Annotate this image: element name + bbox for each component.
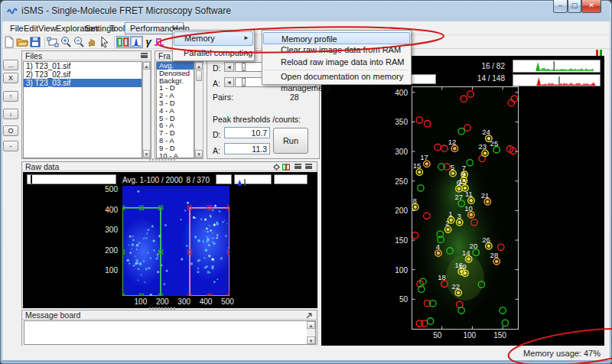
raw-x-tick: 400	[197, 297, 215, 306]
zoom-in-icon[interactable]	[60, 36, 73, 48]
frame-counter: 8 / 370	[185, 176, 210, 184]
svg-text:8: 8	[412, 197, 416, 205]
histogram-toggle-icon[interactable]	[130, 36, 143, 48]
raw-x-tick: 300	[175, 297, 194, 306]
side-button-1[interactable]: X	[3, 73, 18, 83]
a-slider-left-arrow[interactable]: ◄	[224, 77, 234, 87]
roi-toggle-icon[interactable]	[116, 36, 129, 48]
menu-item-memory[interactable]: Memory►	[174, 31, 253, 46]
gamma-icon[interactable]: γ	[144, 36, 153, 48]
svg-text:21: 21	[481, 191, 490, 200]
raw-y-tick: 100	[98, 266, 118, 275]
scroll-up-icon[interactable]: ▲	[143, 62, 150, 70]
channel-indicator-icon[interactable]	[596, 50, 603, 56]
menu-item-open-documentation-on-memory-management[interactable]: Open documentation on memory management	[263, 71, 410, 83]
file-item[interactable]: 2) T23_02.sif	[24, 70, 142, 79]
fret-y-tick: 350	[389, 118, 408, 126]
gear-icon[interactable]	[273, 164, 280, 171]
a-threshold-field[interactable]: 11.3	[224, 143, 270, 154]
d-slider-left-arrow[interactable]: ◄	[224, 62, 234, 72]
d-threshold-field[interactable]: 10.7	[224, 127, 270, 138]
menu-item-memory-profile[interactable]: Memory profile	[263, 32, 410, 44]
red-histogram[interactable]	[513, 74, 601, 86]
d-slider-label: D:	[213, 63, 221, 73]
menu-item-clear-raw-image-data-from-ram[interactable]: Clear raw image data from RAM	[263, 44, 410, 57]
fret-y-tick: 150	[389, 236, 408, 245]
splitter-handle[interactable]	[149, 158, 177, 161]
raw-image-plot[interactable]	[122, 186, 230, 296]
side-button-5[interactable]: -	[3, 141, 18, 151]
menu-item-parallel-computing[interactable]: Parallel computing►	[174, 46, 253, 60]
scroll-down-icon[interactable]: ▼	[143, 150, 150, 158]
maximize-button[interactable]: ▢	[568, 0, 581, 13]
side-button-0[interactable]: ...	[3, 60, 18, 70]
data-cursor-icon[interactable]	[99, 36, 112, 48]
file-item[interactable]: 3) T23_03.sif	[24, 79, 142, 87]
submenu-arrow-icon: ►	[243, 32, 249, 44]
open-file-icon[interactable]	[16, 36, 29, 48]
message-board-text[interactable]: ▲ ▼	[24, 320, 316, 345]
raw-histogram[interactable]	[234, 174, 272, 184]
svg-text:1: 1	[448, 210, 452, 218]
raw-y-tick: 500	[98, 185, 118, 193]
svg-text:2: 2	[445, 219, 449, 227]
svg-text:24: 24	[482, 128, 490, 136]
panel-menu-icon[interactable]	[305, 164, 312, 169]
thresholds-label: Peak thresholds /counts:	[213, 115, 301, 124]
raw-data-panel-title: Raw data	[22, 162, 317, 171]
minimize-button[interactable]: –	[553, 0, 568, 13]
scroll-down-icon[interactable]: ▼	[195, 150, 203, 158]
pan-icon[interactable]	[86, 36, 99, 48]
scroll-thumb[interactable]	[196, 70, 202, 81]
application-window: iSMS - Single-Molecule FRET Microscopy S…	[0, 0, 612, 364]
avg-frames-label: Avg. 1-100 / 2000	[122, 176, 176, 184]
pairs-label: Pairs:	[213, 93, 233, 102]
raw-y-tick: 300	[98, 226, 118, 234]
raw-y-tick: 200	[98, 246, 118, 255]
contrast-box-high[interactable]	[274, 174, 308, 184]
frame-item[interactable]: 10 - A	[157, 152, 194, 158]
menu-item-reload-raw-image-data-into-ram[interactable]: Reload raw image data into RAM	[263, 57, 410, 69]
frames-scrollbar[interactable]: ▲ ▼	[194, 61, 203, 158]
run-button[interactable]: Run	[273, 128, 308, 154]
submenu-arrow-icon: ►	[244, 46, 250, 60]
profile-icon[interactable]	[153, 36, 166, 48]
panel-menu-icon[interactable]	[141, 53, 148, 58]
files-panel-title: Files	[22, 51, 151, 60]
file-item[interactable]: 1) T23_01.sif	[24, 62, 142, 70]
scroll-down-icon[interactable]: ▼	[307, 336, 315, 344]
fret-y-tick: 250	[389, 177, 408, 186]
scroll-up-icon[interactable]: ▲	[195, 62, 203, 70]
close-button[interactable]: ✕	[581, 0, 601, 13]
raw-x-tick: 500	[219, 297, 237, 306]
dock-icon[interactable]	[306, 312, 313, 319]
scroll-up-icon[interactable]: ▲	[307, 321, 315, 329]
save-icon[interactable]	[29, 36, 42, 48]
fret-y-tick: 400	[389, 89, 408, 97]
green-histogram[interactable]	[513, 60, 601, 73]
fret-y-tick: 200	[389, 206, 408, 215]
panel-menu-icon[interactable]	[295, 164, 301, 169]
svg-text:25: 25	[490, 139, 499, 148]
roi-overlay-icon[interactable]	[282, 164, 290, 171]
files-scrollbar[interactable]: ▲ ▼	[142, 61, 151, 158]
svg-text:22: 22	[452, 282, 461, 291]
side-button-4[interactable]: O	[3, 125, 18, 136]
contrast-box-low[interactable]	[216, 174, 232, 184]
svg-text:13: 13	[458, 177, 467, 186]
svg-text:26: 26	[482, 236, 490, 244]
frame-slider[interactable]	[27, 174, 116, 184]
side-button-3[interactable]: ↓	[3, 109, 18, 119]
zoom-out-icon[interactable]	[73, 36, 86, 48]
new-file-icon[interactable]	[3, 36, 16, 48]
svg-text:20: 20	[470, 242, 478, 250]
zoom-region-icon[interactable]	[47, 36, 60, 48]
side-button-2[interactable]: ↑	[3, 91, 18, 102]
svg-text:18: 18	[438, 273, 446, 281]
fret-x-tick: 150	[484, 331, 503, 340]
svg-text:23: 23	[479, 142, 487, 151]
red-peak-count: 14 / 148	[467, 74, 505, 83]
frame-slider-thumb[interactable]	[31, 175, 32, 184]
svg-text:12: 12	[448, 138, 457, 146]
fret-image-plot[interactable]: 1234567891011121314151617181920212223242…	[412, 86, 519, 330]
